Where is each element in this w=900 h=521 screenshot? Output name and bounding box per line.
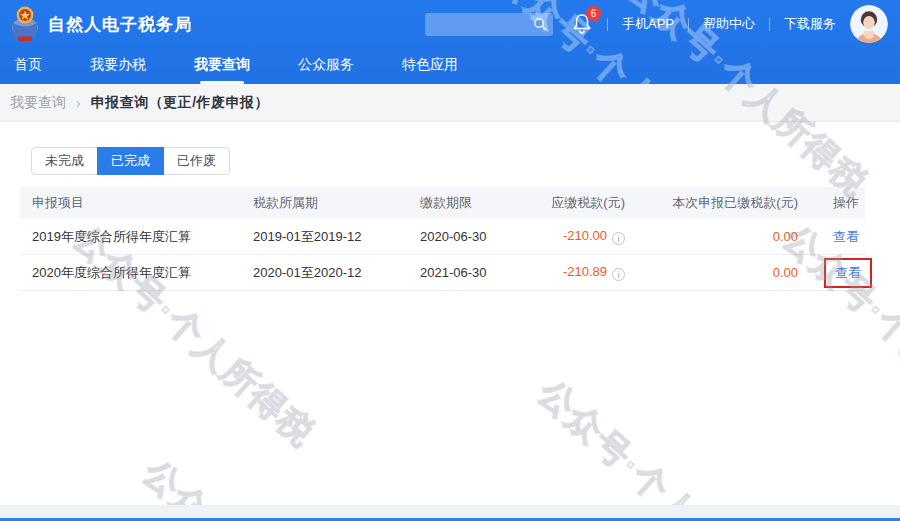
notification-bell[interactable]: 6 [571,12,593,36]
download-service-link[interactable]: 下载服务 [784,15,836,33]
breadcrumb: 我要查询 › 申报查询（更正/作废申报） [0,84,900,122]
status-filter-tabs: 未完成 已完成 已作废 [31,147,230,175]
table-header-row: 申报项目 税款所属期 缴款期限 应缴税款(元) 本次申报已缴税款(元) 操作 [20,187,865,219]
cell-deadline: 2020-06-30 [410,229,540,244]
col-header-action: 操作 [820,194,865,212]
nav-item-public-service[interactable]: 公众服务 [294,48,358,84]
nav-item-home[interactable]: 首页 [10,48,46,84]
tax-paid-amount: 0.00 [773,265,798,280]
view-link[interactable]: 查看 [835,265,861,280]
divider [769,18,770,31]
info-icon[interactable]: i [612,232,625,245]
cell-item: 2019年度综合所得年度汇算 [20,228,245,246]
info-icon[interactable]: i [612,268,625,281]
mobile-app-link[interactable]: 手机APP [622,15,674,33]
col-header-period: 税款所属期 [245,194,410,212]
highlight-box: 查看 [824,258,872,288]
user-avatar[interactable] [850,5,888,43]
divider [688,18,689,31]
divider [607,18,608,31]
tab-incomplete[interactable]: 未完成 [31,147,98,175]
cell-action: 查看 [820,228,865,246]
tab-voided[interactable]: 已作废 [163,147,230,175]
footer-strip [0,505,900,518]
cell-item: 2020年度综合所得年度汇算 [20,264,245,282]
table-row: 2019年度综合所得年度汇算 2019-01至2019-12 2020-06-3… [20,219,865,255]
cell-action: 查看 [820,264,865,282]
header-right: 6 手机APP 帮助中心 下载服务 [425,5,888,43]
cell-deadline: 2021-06-30 [410,265,540,280]
col-header-tax-due: 应缴税款(元) [540,194,650,212]
notification-badge: 6 [586,6,601,21]
tax-due-amount: -210.89 [563,264,607,279]
col-header-deadline: 缴款期限 [410,194,540,212]
cell-period: 2020-01至2020-12 [245,264,410,282]
tax-due-amount: -210.00 [563,228,607,243]
watermark-text: 公众号·个人所得税 [529,370,791,505]
app-header: 自然人电子税务局 6 手机APP [0,0,900,48]
table-row: 2020年度综合所得年度汇算 2020-01至2020-12 2021-06-3… [20,255,865,291]
cell-tax-due: -210.89i [540,264,650,281]
page: 公众号·个人所得税 公众号·个人所得税 自然人电子税务局 [0,0,900,521]
main-nav: 首页 我要办税 我要查询 公众服务 特色应用 [0,48,900,84]
view-link[interactable]: 查看 [833,229,859,244]
breadcrumb-separator-icon: › [76,95,81,111]
search-icon[interactable] [533,17,547,31]
search-input[interactable] [433,13,533,36]
main-content: 未完成 已完成 已作废 申报项目 税款所属期 缴款期限 应缴税款(元) 本次申报… [0,122,900,291]
breadcrumb-current: 申报查询（更正/作废申报） [91,94,269,112]
nav-item-featured-apps[interactable]: 特色应用 [398,48,462,84]
watermark-text: 公众号·个人所得税 [134,450,396,505]
nav-item-query[interactable]: 我要查询 [190,48,254,84]
declaration-table: 申报项目 税款所属期 缴款期限 应缴税款(元) 本次申报已缴税款(元) 操作 2… [20,187,865,291]
search-box [425,13,553,36]
cell-period: 2019-01至2019-12 [245,228,410,246]
top-blue-bar: 公众号·个人所得税 公众号·个人所得税 自然人电子税务局 [0,0,900,84]
col-header-tax-paid: 本次申报已缴税款(元) [650,194,820,212]
app-title: 自然人电子税务局 [48,13,192,36]
breadcrumb-parent[interactable]: 我要查询 [10,94,66,112]
tax-bureau-emblem-logo [10,5,40,43]
cell-tax-paid: 0.00 [650,229,820,244]
cell-tax-due: -210.00i [540,228,650,245]
col-header-item: 申报项目 [20,194,245,212]
nav-item-handle-tax[interactable]: 我要办税 [86,48,150,84]
tax-paid-amount: 0.00 [773,229,798,244]
cell-tax-paid: 0.00 [650,265,820,280]
tab-completed[interactable]: 已完成 [97,147,164,175]
help-center-link[interactable]: 帮助中心 [703,15,755,33]
